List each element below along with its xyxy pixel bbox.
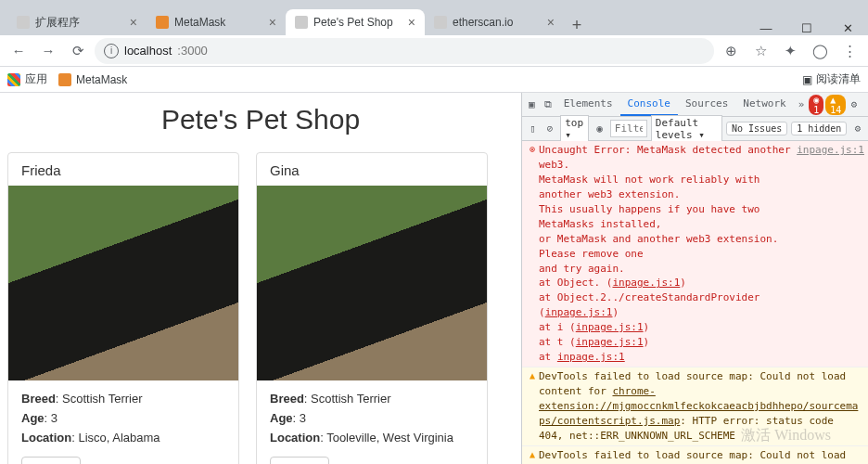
- close-icon[interactable]: ×: [547, 15, 555, 30]
- reload-button[interactable]: ⟳: [65, 38, 91, 64]
- eye-icon[interactable]: ◉: [593, 122, 606, 135]
- browser-tabstrip: 扩展程序× MetaMask× Pete's Pet Shop× ethersc…: [0, 7, 868, 35]
- console-warn-row[interactable]: ▲DevTools failed to load source map: Cou…: [522, 367, 868, 446]
- tab-favicon: [17, 16, 30, 29]
- page-title: Pete's Pet Shop: [7, 104, 514, 135]
- gear-icon[interactable]: ⚙: [850, 122, 864, 135]
- pet-photo: [257, 186, 487, 380]
- more-tabs-icon[interactable]: »: [794, 98, 810, 110]
- star-icon[interactable]: ☆: [747, 38, 773, 64]
- tab-elements[interactable]: Elements: [556, 93, 620, 116]
- clear-console-icon[interactable]: ⊘: [543, 122, 557, 135]
- error-count-badge[interactable]: ◉ 1: [809, 95, 823, 115]
- window-titlebar: [0, 0, 868, 7]
- hidden-pill[interactable]: 1 hidden: [791, 122, 847, 135]
- tab-network[interactable]: Network: [735, 93, 793, 116]
- url-host: localhost: [124, 44, 172, 58]
- devtools-tabs: ▣ ⧉ Elements Console Sources Network » ◉…: [522, 93, 868, 117]
- device-toggle-icon[interactable]: ⧉: [540, 98, 556, 110]
- devtools-panel: ▣ ⧉ Elements Console Sources Network » ◉…: [521, 93, 868, 464]
- bookmarks-bar: 应用 MetaMask ▣ 阅读清单: [0, 67, 868, 93]
- devtools-menu-icon[interactable]: ⋮: [862, 98, 868, 110]
- browser-tab[interactable]: MetaMask×: [147, 9, 286, 35]
- browser-toolbar: ← → ⟳ i localhost:3000 ⊕ ☆ ✦ ◯ ⋮: [0, 35, 868, 67]
- new-tab-button[interactable]: +: [564, 16, 590, 35]
- close-icon[interactable]: ×: [269, 15, 276, 30]
- menu-icon[interactable]: ⋮: [836, 38, 862, 64]
- profile-icon[interactable]: ◯: [807, 38, 833, 64]
- tab-console[interactable]: Console: [620, 93, 678, 116]
- site-info-icon[interactable]: i: [104, 44, 119, 58]
- no-issues-pill[interactable]: No Issues: [726, 122, 787, 135]
- pet-meta: Breed: Scottish TerrierAge: 3Location: L…: [8, 380, 238, 457]
- warn-count-badge[interactable]: ▲ 14: [825, 95, 846, 115]
- pet-card: GinaBreed: Scottish TerrierAge: 3Locatio…: [256, 152, 488, 464]
- page-content: Pete's Pet Shop FriedaBreed: Scottish Te…: [0, 93, 521, 464]
- console-log[interactable]: ⊗Uncaught Error: MetaMask detected anoth…: [522, 141, 868, 464]
- settings-icon[interactable]: ⚙: [846, 98, 862, 110]
- tab-favicon: [434, 16, 447, 29]
- pet-name: Gina: [257, 153, 487, 186]
- close-icon[interactable]: ×: [130, 15, 137, 30]
- pet-meta: Breed: Scottish TerrierAge: 3Location: T…: [257, 380, 487, 457]
- filter-input[interactable]: [610, 120, 647, 137]
- extensions-icon[interactable]: ✦: [777, 38, 803, 64]
- metamask-icon: [58, 73, 71, 86]
- window-controls: ― ☐ ✕: [746, 21, 868, 35]
- pet-photo: [8, 186, 238, 380]
- context-selector[interactable]: top ▾: [560, 115, 589, 143]
- sidebar-toggle-icon[interactable]: ▯: [526, 122, 540, 135]
- url-path: :3000: [177, 44, 208, 58]
- tab-label: 扩展程序: [35, 15, 124, 31]
- pet-name: Frieda: [8, 153, 238, 186]
- metamask-bookmark[interactable]: MetaMask: [58, 73, 127, 86]
- console-error-row[interactable]: ⊗Uncaught Error: MetaMask detected anoth…: [522, 141, 868, 367]
- address-bar[interactable]: i localhost:3000: [95, 38, 714, 64]
- browser-tab[interactable]: etherscan.io×: [425, 9, 564, 35]
- console-warn-row[interactable]: ▲DevTools failed to load source map: Cou…: [522, 446, 868, 464]
- back-button[interactable]: ←: [6, 38, 32, 64]
- translate-icon[interactable]: ⊕: [718, 38, 744, 64]
- tab-label: etherscan.io: [453, 16, 542, 29]
- browser-tab-active[interactable]: Pete's Pet Shop×: [286, 9, 425, 35]
- close-window-icon[interactable]: ✕: [827, 21, 868, 35]
- apps-bookmark[interactable]: 应用: [7, 71, 47, 87]
- adopt-button[interactable]: Adopt: [270, 457, 329, 464]
- forward-button[interactable]: →: [35, 38, 61, 64]
- close-icon[interactable]: ×: [408, 15, 415, 30]
- reading-list-button[interactable]: ▣ 阅读清单: [802, 71, 861, 87]
- tab-favicon: [156, 16, 169, 29]
- apps-icon: [7, 73, 20, 86]
- inspect-icon[interactable]: ▣: [524, 98, 540, 110]
- tab-label: Pete's Pet Shop: [313, 16, 402, 29]
- adopt-button[interactable]: Adopt: [21, 457, 81, 464]
- tab-sources[interactable]: Sources: [678, 93, 735, 116]
- tab-favicon: [295, 16, 308, 29]
- pet-card: FriedaBreed: Scottish TerrierAge: 3Locat…: [7, 152, 239, 464]
- minimize-icon[interactable]: ―: [746, 21, 786, 35]
- levels-selector[interactable]: Default levels ▾: [651, 115, 722, 143]
- console-toolbar: ▯ ⊘ top ▾ ◉ Default levels ▾ No Issues 1…: [522, 117, 868, 141]
- tab-label: MetaMask: [174, 16, 263, 29]
- browser-tab[interactable]: 扩展程序×: [7, 9, 147, 35]
- maximize-icon[interactable]: ☐: [786, 21, 827, 35]
